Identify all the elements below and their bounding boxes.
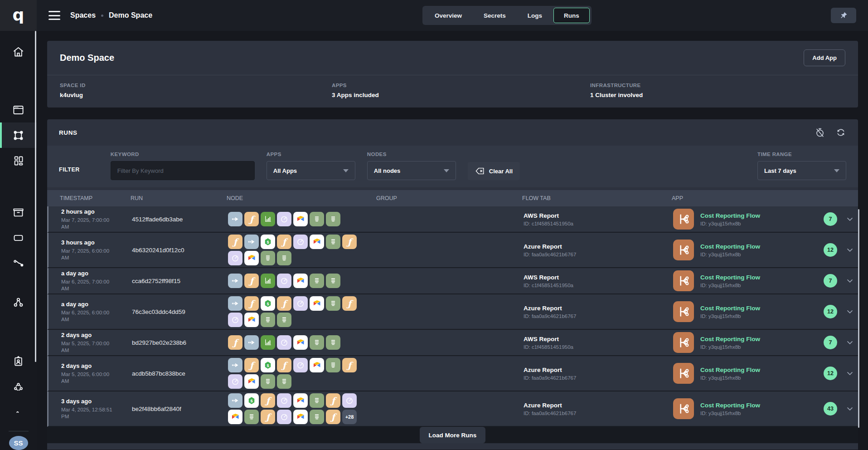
app-name-link[interactable]: Cost Reporting Flow (700, 274, 760, 281)
expand-row-chevron-icon[interactable] (845, 276, 854, 285)
node-clock-icon[interactable] (277, 393, 291, 408)
sidebar-item-team[interactable] (0, 374, 37, 399)
breadcrumb-root[interactable]: Spaces (70, 11, 96, 20)
node-fn-icon[interactable]: ƒ (244, 274, 259, 288)
run-row[interactable]: 2 days agoMar 5, 2025, 7:00:00 AMbd2927b… (47, 330, 858, 356)
node-list-icon[interactable] (326, 335, 340, 350)
node-clock-icon[interactable] (277, 212, 291, 226)
node-list-icon[interactable] (261, 313, 275, 327)
node-list-icon[interactable] (277, 313, 291, 327)
node-fn-icon[interactable]: ƒ (244, 296, 259, 311)
refresh-icon[interactable] (835, 127, 846, 138)
load-more-runs-button[interactable]: Load More Runs (420, 427, 486, 443)
node-fn-icon[interactable]: ƒ (277, 235, 291, 249)
node-list-icon[interactable] (326, 212, 340, 226)
node-arrow-icon[interactable] (244, 335, 259, 350)
tab-logs[interactable]: Logs (517, 8, 553, 23)
node-list-icon[interactable] (310, 274, 324, 288)
tab-runs[interactable]: Runs (553, 8, 590, 23)
node-clock-icon[interactable] (342, 393, 357, 408)
expand-row-chevron-icon[interactable] (845, 307, 854, 316)
node-service-icon[interactable] (293, 335, 308, 350)
run-row[interactable]: 2 days agoMar 5, 2025, 6:00:00 AMacdb5b8… (47, 356, 858, 391)
node-list-icon[interactable] (326, 358, 340, 372)
node-list-icon[interactable] (244, 410, 259, 424)
node-list-icon[interactable] (277, 251, 291, 265)
node-service-icon[interactable] (244, 251, 259, 265)
node-fn-icon[interactable]: ƒ (261, 410, 275, 424)
node-cash-icon[interactable]: $ (244, 393, 259, 408)
node-clock-icon[interactable] (277, 410, 291, 424)
node-chart-icon[interactable] (261, 212, 275, 226)
node-service-icon[interactable] (293, 274, 308, 288)
node-service-icon[interactable] (293, 410, 308, 424)
node-fn-icon[interactable]: ƒ (228, 235, 242, 249)
node-service-icon[interactable] (310, 358, 324, 372)
sidebar-item-app-window[interactable] (0, 97, 37, 122)
node-clock-icon[interactable] (293, 296, 308, 311)
node-fn-icon[interactable]: ƒ (342, 296, 357, 311)
node-arrow-icon[interactable] (228, 212, 242, 226)
run-row[interactable]: 3 days agoMar 4, 2025, 12:58:51 PMbe2f48… (47, 391, 858, 427)
sidebar-scrollbar[interactable] (35, 31, 36, 362)
tab-secrets[interactable]: Secrets (473, 8, 516, 23)
node-clock-icon[interactable] (293, 358, 308, 372)
node-service-icon[interactable] (293, 393, 308, 408)
node-clock-icon[interactable] (293, 235, 308, 249)
app-name-link[interactable]: Cost Reporting Flow (700, 243, 760, 250)
node-fn-icon[interactable]: ƒ (277, 296, 291, 311)
node-fn-icon[interactable]: ƒ (342, 358, 357, 372)
node-clock-icon[interactable] (228, 313, 242, 327)
node-list-icon[interactable] (277, 374, 291, 389)
sidebar-item-select-area[interactable] (0, 122, 37, 148)
node-service-icon[interactable] (293, 212, 308, 226)
sidebar-item-layout-blocks[interactable] (0, 148, 37, 173)
expand-row-chevron-icon[interactable] (845, 404, 854, 413)
node-service-icon[interactable] (244, 313, 259, 327)
clear-all-button[interactable]: Clear All (468, 162, 520, 180)
node-service-icon[interactable] (228, 410, 242, 424)
node-arrow-icon[interactable] (228, 393, 242, 408)
node-arrow-icon[interactable] (228, 358, 242, 372)
app-logo[interactable]: q (0, 0, 37, 31)
sidebar-item-ellipsis[interactable] (0, 399, 37, 425)
app-name-link[interactable]: Cost Reporting Flow (700, 336, 760, 342)
node-list-icon[interactable] (310, 393, 324, 408)
pin-button[interactable] (831, 8, 856, 23)
node-cash-icon[interactable]: $ (261, 235, 275, 249)
run-row[interactable]: 2 hours agoMar 7, 2025, 7:00:00 AM4512ff… (47, 206, 858, 233)
node-fn-icon[interactable]: ƒ (244, 212, 259, 226)
expand-row-chevron-icon[interactable] (845, 338, 854, 347)
node-fn-icon[interactable]: ƒ (228, 335, 242, 350)
node-cash-icon[interactable]: $ (261, 296, 275, 311)
add-app-button[interactable]: Add App (804, 49, 845, 66)
node-list-icon[interactable] (326, 274, 340, 288)
node-list-icon[interactable] (326, 296, 340, 311)
expand-row-chevron-icon[interactable] (845, 369, 854, 378)
hamburger-menu-icon[interactable] (48, 11, 60, 20)
node-list-icon[interactable] (310, 410, 324, 424)
node-chart-icon[interactable] (261, 335, 275, 350)
node-cash-icon[interactable]: $ (261, 358, 275, 372)
node-clock-icon[interactable] (228, 251, 242, 265)
node-list-icon[interactable] (261, 251, 275, 265)
sidebar-item-home[interactable] (0, 39, 37, 64)
node-list-icon[interactable] (310, 212, 324, 226)
sidebar-item-hierarchy[interactable] (0, 289, 37, 315)
node-list-icon[interactable] (261, 374, 275, 389)
node-clock-icon[interactable] (277, 274, 291, 288)
node-fn-icon[interactable]: ƒ (326, 393, 340, 408)
run-row[interactable]: a day agoMar 6, 2025, 6:00:00 AM76c3ec03… (47, 294, 858, 330)
node-clock-icon[interactable] (277, 335, 291, 350)
node-service-icon[interactable] (244, 374, 259, 389)
expand-row-chevron-icon[interactable] (845, 245, 854, 254)
app-name-link[interactable]: Cost Reporting Flow (700, 402, 760, 409)
run-row[interactable]: 3 hours agoMar 7, 2025, 6:00:00 AM4b6320… (47, 233, 858, 268)
keyword-input[interactable] (111, 161, 255, 180)
sidebar-item-archive-box[interactable] (0, 200, 37, 225)
node-chart-icon[interactable] (261, 274, 275, 288)
node-list-icon[interactable] (310, 335, 324, 350)
node-service-icon[interactable] (310, 235, 324, 249)
node-fn-icon[interactable]: ƒ (244, 358, 259, 372)
node-fn-icon[interactable]: ƒ (277, 358, 291, 372)
